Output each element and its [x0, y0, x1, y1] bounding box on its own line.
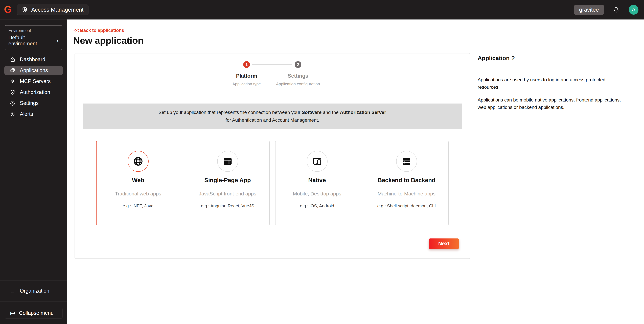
- sidebar-item-mcp-servers[interactable]: MCP Servers: [4, 77, 63, 86]
- info-line-2: for Authentication and Account Managemen…: [226, 116, 319, 124]
- step-label: Settings: [272, 73, 324, 79]
- new-application-wizard: 1 Platform Application type 2 Settings A…: [74, 53, 470, 259]
- gravitee-logo-icon[interactable]: G: [4, 5, 12, 14]
- collapse-icon: ▶◀: [10, 311, 14, 315]
- main-content: << Back to applications New application …: [67, 20, 644, 324]
- platform-card-title: Native: [276, 177, 359, 183]
- environment-selector[interactable]: Environment Default environment ▾: [5, 25, 62, 50]
- platform-card-title: Web: [96, 177, 180, 183]
- sidebar-nav: Dashboard Applications MCP Servers Aut: [0, 55, 67, 119]
- sidebar-item-alerts[interactable]: Alerts: [4, 110, 63, 119]
- sidebar-item-settings[interactable]: Settings: [4, 99, 63, 108]
- sidebar-item-dashboard[interactable]: Dashboard: [4, 55, 63, 64]
- environment-value: Default environment: [8, 35, 54, 47]
- sidebar-footer: Organization ▶◀ Collapse menu: [0, 280, 67, 324]
- platform-card-web[interactable]: Web Traditional web apps e.g : .NET, Jav…: [96, 141, 180, 225]
- shield-check-icon: [10, 89, 16, 95]
- sidebar-item-label: Authorization: [20, 89, 50, 95]
- sidebar-item-label: Dashboard: [20, 57, 45, 63]
- page-title: New application: [73, 35, 144, 46]
- setup-info-banner: Set up your application that represents …: [82, 104, 462, 129]
- step-label: Platform: [221, 73, 272, 79]
- collapse-menu-button[interactable]: ▶◀ Collapse menu: [5, 308, 62, 318]
- divider: [478, 68, 625, 68]
- step-sublabel: Application configuration: [272, 82, 324, 86]
- globe-icon: [133, 156, 144, 167]
- platform-card-subtitle: Traditional web apps: [96, 191, 180, 197]
- platform-card-example: e.g : Shell script, daemon, CLI: [365, 203, 448, 209]
- platform-card-single-page-app[interactable]: Single-Page App JavaScript front-end app…: [186, 141, 270, 225]
- sidebar-item-organization[interactable]: Organization: [0, 280, 67, 301]
- help-paragraph: Applications can be mobile native applic…: [478, 96, 625, 111]
- gear-icon: [10, 100, 16, 106]
- icon-circle: [396, 151, 417, 172]
- organization-chip-button[interactable]: gravitee: [574, 5, 604, 15]
- product-badge-label: Access Management: [31, 7, 84, 13]
- platform-card-subtitle: Mobile, Desktop apps: [276, 191, 359, 197]
- sidebar-item-label: Alerts: [20, 111, 33, 117]
- server-stack-icon: [401, 156, 412, 167]
- platform-card-example: e.g : iOS, Android: [276, 203, 359, 209]
- platform-card-native[interactable]: Native Mobile, Desktop apps e.g : iOS, A…: [275, 141, 359, 225]
- platform-card-subtitle: Machine-to-Machine apps: [365, 191, 448, 197]
- sidebar-item-label: Applications: [20, 67, 48, 74]
- alarm-clock-icon: [10, 111, 16, 117]
- application-help-panel: Application ? Applications are used by u…: [478, 55, 625, 111]
- sidebar-item-label: Organization: [20, 288, 49, 294]
- wizard-footer: Next: [82, 235, 462, 249]
- icon-circle: [217, 151, 238, 172]
- platform-card-example: e.g : Angular, React, VueJS: [186, 203, 269, 209]
- step-sublabel: Application type: [221, 82, 272, 86]
- platform-card-title: Backend to Backend: [365, 177, 448, 183]
- access-management-badge[interactable]: Access Management: [16, 5, 88, 15]
- step-platform[interactable]: 1 Platform Application type: [221, 61, 272, 86]
- platform-card-backend-to-backend[interactable]: Backend to Backend Machine-to-Machine ap…: [365, 141, 448, 225]
- platform-cards: Web Traditional web apps e.g : .NET, Jav…: [75, 141, 470, 225]
- help-paragraph: Applications are used by users to log in…: [478, 76, 625, 91]
- sidebar-item-applications[interactable]: Applications: [4, 66, 63, 75]
- platform-card-subtitle: JavaScript front-end apps: [186, 191, 269, 197]
- browser-window-icon: [222, 156, 233, 167]
- icon-circle: [128, 151, 148, 172]
- bell-icon[interactable]: [612, 6, 620, 14]
- organization-icon: [10, 288, 16, 294]
- collapse-menu-label: Collapse menu: [19, 310, 54, 316]
- icon-circle: [307, 151, 328, 172]
- topbar-right: gravitee A: [574, 5, 638, 15]
- shield-lock-icon: [22, 7, 28, 13]
- applications-icon: [10, 68, 16, 73]
- step-settings[interactable]: 2 Settings Application configuration: [272, 61, 324, 86]
- sidebar: Environment Default environment ▾ Dashbo…: [0, 20, 67, 324]
- paperclip-icon: [10, 79, 16, 84]
- chevron-down-icon: ▾: [57, 39, 58, 43]
- sidebar-item-label: MCP Servers: [20, 78, 51, 84]
- sidebar-item-label: Settings: [20, 100, 38, 106]
- info-line-1: Set up your application that represents …: [158, 109, 386, 116]
- step-number-badge: 1: [243, 61, 250, 68]
- wizard-stepper: 1 Platform Application type 2 Settings A…: [75, 54, 470, 94]
- platform-card-title: Single-Page App: [186, 177, 269, 183]
- sidebar-item-authorization[interactable]: Authorization: [4, 88, 63, 97]
- platform-card-example: e.g : .NET, Java: [96, 203, 180, 209]
- topbar: G Access Management gravitee A: [0, 0, 644, 20]
- home-icon: [10, 57, 16, 62]
- next-button[interactable]: Next: [429, 238, 459, 249]
- devices-icon: [312, 156, 322, 167]
- step-number-badge: 2: [295, 61, 301, 68]
- help-panel-title: Application ?: [478, 55, 625, 62]
- environment-label: Environment: [8, 28, 58, 33]
- user-avatar[interactable]: A: [629, 5, 638, 15]
- back-to-applications-link[interactable]: << Back to applications: [74, 28, 124, 33]
